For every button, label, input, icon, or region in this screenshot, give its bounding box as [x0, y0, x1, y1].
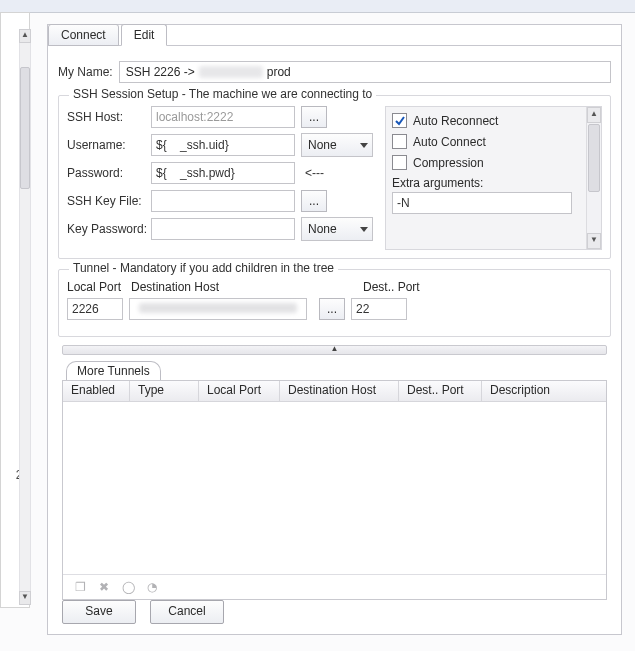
key-password-label: Key Password: — [67, 222, 151, 236]
more-tunnels-toolbar: ❐ ✖ ◯ ◔ — [63, 574, 606, 599]
ssh-session-group: SSH Session Setup - The machine we are c… — [58, 95, 611, 259]
add-icon[interactable]: ◯ — [121, 580, 135, 594]
col-type[interactable]: Type — [130, 381, 199, 401]
ssh-host-label: SSH Host: — [67, 110, 151, 124]
redacted-host — [139, 303, 297, 313]
key-password-type-select[interactable]: None — [301, 217, 373, 241]
dest-host-input[interactable] — [129, 298, 307, 320]
compression-label: Compression — [413, 156, 484, 170]
username-label: Username: — [67, 138, 151, 152]
tabs-header: Connect Edit — [48, 24, 169, 46]
ssh-host-browse-button[interactable]: ... — [301, 106, 327, 128]
scroll-thumb[interactable] — [588, 124, 600, 192]
redacted-name — [199, 66, 263, 78]
auto-reconnect-label: Auto Reconnect — [413, 114, 498, 128]
extra-args-input[interactable] — [392, 192, 572, 214]
options-scrollbar[interactable]: ▲ ▼ — [586, 107, 601, 249]
local-port-input[interactable] — [67, 298, 123, 320]
delete-icon[interactable]: ✖ — [97, 580, 111, 594]
tab-edit[interactable]: Edit — [121, 24, 168, 46]
dest-port-input[interactable] — [351, 298, 407, 320]
name-suffix: prod — [267, 65, 291, 79]
col-dest-host[interactable]: Destination Host — [280, 381, 399, 401]
ssh-key-browse-button[interactable]: ... — [301, 190, 327, 212]
tunnel-legend: Tunnel - Mandatory if you add children i… — [69, 261, 338, 275]
ssh-session-legend: SSH Session Setup - The machine we are c… — [69, 87, 376, 101]
auto-connect-label: Auto Connect — [413, 135, 486, 149]
arrow-note: <--- — [305, 166, 324, 180]
cancel-button[interactable]: Cancel — [150, 600, 224, 624]
chevron-down-icon — [360, 143, 368, 148]
more-tunnels-panel: Enabled Type Local Port Destination Host… — [62, 380, 607, 600]
tab-connect[interactable]: Connect — [48, 24, 119, 46]
name-prefix: SSH 2226 -> — [126, 65, 195, 79]
session-options-panel: Auto Reconnect Auto Connect Compression … — [385, 106, 602, 250]
name-row: My Name: SSH 2226 -> prod — [58, 61, 611, 83]
auto-reconnect-checkbox[interactable] — [392, 113, 407, 128]
col-enabled[interactable]: Enabled — [63, 381, 130, 401]
col-dest-port[interactable]: Dest.. Port — [399, 381, 482, 401]
dest-host-label: Destination Host — [131, 280, 315, 294]
copy-icon[interactable]: ❐ — [73, 580, 87, 594]
title-bar-strip — [0, 0, 635, 13]
ssh-key-label: SSH Key File: — [67, 194, 151, 208]
tunnel-group: Tunnel - Mandatory if you add children i… — [58, 269, 611, 337]
key-password-input[interactable] — [151, 218, 295, 240]
col-description[interactable]: Description — [482, 381, 576, 401]
local-port-label: Local Port — [67, 280, 123, 294]
left-collapsed-panel: 21 ▲ ▼ — [0, 12, 30, 608]
extra-args-label: Extra arguments: — [392, 176, 581, 190]
save-button[interactable]: Save — [62, 600, 136, 624]
scroll-down-icon[interactable]: ▼ — [587, 233, 601, 249]
auto-connect-checkbox[interactable] — [392, 134, 407, 149]
username-type-select[interactable]: None — [301, 133, 373, 157]
username-input[interactable] — [151, 134, 295, 156]
splitter-handle[interactable]: ▲ — [62, 345, 607, 355]
password-input[interactable] — [151, 162, 295, 184]
chevron-down-icon — [360, 227, 368, 232]
scroll-thumb[interactable] — [20, 67, 30, 189]
ssh-key-input[interactable] — [151, 190, 295, 212]
dest-host-browse-button[interactable]: ... — [319, 298, 345, 320]
refresh-icon[interactable]: ◔ — [145, 580, 159, 594]
dest-port-label: Dest.. Port — [363, 280, 420, 294]
left-panel-scrollbar[interactable]: ▲ ▼ — [19, 29, 31, 605]
scroll-up-icon[interactable]: ▲ — [19, 29, 31, 43]
more-tunnels-tab[interactable]: More Tunnels — [66, 361, 161, 380]
more-tunnels-header: Enabled Type Local Port Destination Host… — [63, 381, 606, 402]
name-label: My Name: — [58, 65, 113, 79]
ssh-host-input[interactable] — [151, 106, 295, 128]
edit-dialog: Connect Edit My Name: SSH 2226 -> prod S… — [47, 24, 622, 635]
name-input[interactable]: SSH 2226 -> prod — [119, 61, 611, 83]
scroll-up-icon[interactable]: ▲ — [587, 107, 601, 123]
scroll-down-icon[interactable]: ▼ — [19, 591, 31, 605]
compression-checkbox[interactable] — [392, 155, 407, 170]
password-label: Password: — [67, 166, 151, 180]
col-local-port[interactable]: Local Port — [199, 381, 280, 401]
